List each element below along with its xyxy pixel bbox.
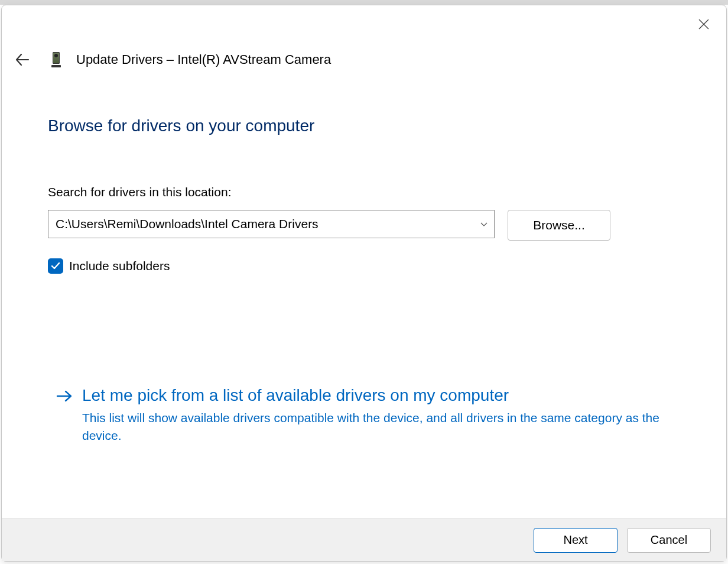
section-heading: Browse for drivers on your computer (48, 116, 680, 135)
arrow-left-icon (14, 52, 30, 67)
include-subfolders-row: Include subfolders (48, 258, 680, 274)
back-button[interactable] (14, 51, 30, 68)
close-button[interactable] (694, 15, 713, 34)
path-row: Browse... (48, 210, 680, 241)
dialog-content: Browse for drivers on your computer Sear… (2, 68, 726, 518)
option-description: This list will show available drivers co… (82, 409, 673, 445)
option-title: Let me pick from a list of available dri… (82, 385, 673, 406)
cancel-button[interactable]: Cancel (627, 528, 711, 553)
dialog-title: Update Drivers – Intel(R) AVStream Camer… (76, 52, 331, 67)
close-icon (698, 18, 710, 30)
checkmark-icon (50, 261, 61, 271)
include-subfolders-checkbox[interactable] (48, 258, 63, 274)
pick-from-list-option[interactable]: Let me pick from a list of available dri… (48, 383, 680, 448)
camera-device-icon (51, 52, 61, 67)
search-location-label: Search for drivers in this location: (48, 185, 680, 199)
background-toolbar (0, 0, 728, 5)
arrow-right-icon (56, 385, 73, 445)
path-combobox[interactable] (48, 210, 495, 241)
update-drivers-dialog: Update Drivers – Intel(R) AVStream Camer… (1, 5, 727, 562)
browse-button[interactable]: Browse... (508, 210, 610, 241)
dialog-header: Update Drivers – Intel(R) AVStream Camer… (2, 5, 726, 68)
dialog-footer: Next Cancel (2, 518, 726, 561)
include-subfolders-label[interactable]: Include subfolders (69, 259, 170, 273)
path-input[interactable] (48, 210, 495, 238)
next-button[interactable]: Next (534, 528, 618, 553)
option-text-group: Let me pick from a list of available dri… (82, 385, 673, 445)
